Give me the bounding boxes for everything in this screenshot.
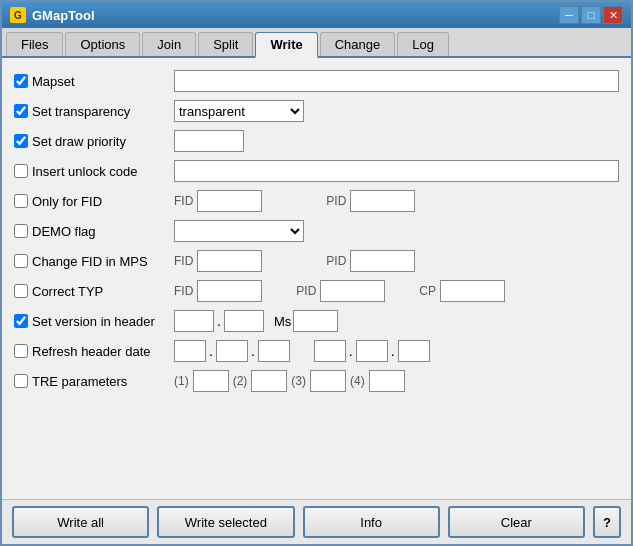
unlock-code-label-text: Insert unlock code xyxy=(32,164,138,179)
mapset-label-text: Mapset xyxy=(32,74,75,89)
draw-priority-label-text: Set draw priority xyxy=(32,134,126,149)
pid-label-2: PID xyxy=(326,254,346,268)
date-dot-1: . xyxy=(209,343,213,359)
only-for-fid-pid-input[interactable] xyxy=(350,190,415,212)
change-fid-mps-label-text: Change FID in MPS xyxy=(32,254,148,269)
mapset-label: Mapset xyxy=(14,74,174,89)
tab-files[interactable]: Files xyxy=(6,32,63,56)
tre-num-4: (4) xyxy=(350,374,365,388)
write-selected-button[interactable]: Write selected xyxy=(157,506,294,538)
set-version-checkbox[interactable] xyxy=(14,314,28,328)
tab-split[interactable]: Split xyxy=(198,32,253,56)
only-for-fid-fid-input[interactable] xyxy=(197,190,262,212)
tre-inputs-group: (1) (2) (3) (4) xyxy=(174,370,405,392)
fid-label-3: FID xyxy=(174,284,193,298)
tre-input-4[interactable] xyxy=(369,370,405,392)
correct-typ-fid-input[interactable] xyxy=(197,280,262,302)
version-input-1[interactable] xyxy=(174,310,214,332)
date-input-6[interactable] xyxy=(398,340,430,362)
draw-priority-row: Set draw priority 30 xyxy=(14,128,619,154)
version-input-2[interactable] xyxy=(224,310,264,332)
tre-input-3[interactable] xyxy=(310,370,346,392)
tab-write[interactable]: Write xyxy=(255,32,317,58)
correct-typ-row: Correct TYP FID PID CP xyxy=(14,278,619,304)
dot-1: . xyxy=(217,313,221,329)
window-title: GMapTool xyxy=(32,8,95,23)
tre-num-1: (1) xyxy=(174,374,189,388)
clear-button[interactable]: Clear xyxy=(448,506,585,538)
date-input-5[interactable] xyxy=(356,340,388,362)
mapset-row: Mapset Mapa Testowa xyxy=(14,68,619,94)
tre-parameters-row: TRE parameters (1) (2) (3) (4) xyxy=(14,368,619,394)
unlock-code-checkbox[interactable] xyxy=(14,164,28,178)
tab-change[interactable]: Change xyxy=(320,32,396,56)
app-icon: G xyxy=(10,7,26,23)
date-input-1[interactable] xyxy=(174,340,206,362)
set-version-label-text: Set version in header xyxy=(32,314,155,329)
info-button[interactable]: Info xyxy=(303,506,440,538)
transparency-select-wrapper[interactable]: transparent opaque none xyxy=(174,100,304,122)
mapset-checkbox[interactable] xyxy=(14,74,28,88)
transparency-checkbox[interactable] xyxy=(14,104,28,118)
write-all-button[interactable]: Write all xyxy=(12,506,149,538)
change-fid-mps-group: FID PID xyxy=(174,250,415,272)
date-input-4[interactable] xyxy=(314,340,346,362)
tab-options[interactable]: Options xyxy=(65,32,140,56)
pid-label-3: PID xyxy=(296,284,316,298)
refresh-header-label-text: Refresh header date xyxy=(32,344,151,359)
fid-pid-group: FID PID xyxy=(174,190,415,212)
correct-typ-cp-input[interactable] xyxy=(440,280,505,302)
footer-bar: Write all Write selected Info Clear ? xyxy=(2,499,631,544)
draw-priority-checkbox[interactable] xyxy=(14,134,28,148)
minimize-button[interactable]: ─ xyxy=(559,6,579,24)
ms-input[interactable]: 0 xyxy=(293,310,338,332)
date-dot-3: . xyxy=(349,343,353,359)
main-window: G GMapTool ─ □ ✕ Files Options Join Spli… xyxy=(0,0,633,546)
change-fid-mps-pid-input[interactable] xyxy=(350,250,415,272)
date-input-3[interactable] xyxy=(258,340,290,362)
help-button[interactable]: ? xyxy=(593,506,621,538)
tre-input-2[interactable] xyxy=(251,370,287,392)
change-fid-mps-label: Change FID in MPS xyxy=(14,254,174,269)
tre-num-3: (3) xyxy=(291,374,306,388)
transparency-label: Set transparency xyxy=(14,104,174,119)
change-fid-mps-checkbox[interactable] xyxy=(14,254,28,268)
tre-parameters-label: TRE parameters xyxy=(14,374,174,389)
fid-label-1: FID xyxy=(174,194,193,208)
tre-parameters-checkbox[interactable] xyxy=(14,374,28,388)
tab-log[interactable]: Log xyxy=(397,32,449,56)
demo-flag-select[interactable] xyxy=(175,221,303,241)
maximize-button[interactable]: □ xyxy=(581,6,601,24)
transparency-select[interactable]: transparent opaque none xyxy=(175,101,303,121)
change-fid-mps-row: Change FID in MPS FID PID xyxy=(14,248,619,274)
change-fid-mps-fid-input[interactable] xyxy=(197,250,262,272)
draw-priority-label: Set draw priority xyxy=(14,134,174,149)
only-for-fid-checkbox[interactable] xyxy=(14,194,28,208)
unlock-code-input[interactable] xyxy=(174,160,619,182)
only-for-fid-label-text: Only for FID xyxy=(32,194,102,209)
tab-join[interactable]: Join xyxy=(142,32,196,56)
demo-select-wrapper[interactable] xyxy=(174,220,304,242)
mapset-input[interactable]: Mapa Testowa xyxy=(174,70,619,92)
unlock-code-label: Insert unlock code xyxy=(14,164,174,179)
refresh-header-checkbox[interactable] xyxy=(14,344,28,358)
close-button[interactable]: ✕ xyxy=(603,6,623,24)
correct-typ-group: FID PID CP xyxy=(174,280,505,302)
write-panel: Mapset Mapa Testowa Set transparency tra… xyxy=(2,58,631,499)
refresh-header-label: Refresh header date xyxy=(14,344,174,359)
date-dot-4: . xyxy=(391,343,395,359)
correct-typ-pid-input[interactable] xyxy=(320,280,385,302)
tab-bar: Files Options Join Split Write Change Lo… xyxy=(2,28,631,58)
draw-priority-input[interactable]: 30 xyxy=(174,130,244,152)
ms-label: Ms xyxy=(274,314,291,329)
date-input-2[interactable] xyxy=(216,340,248,362)
pid-label-1: PID xyxy=(326,194,346,208)
set-version-label: Set version in header xyxy=(14,314,174,329)
demo-flag-checkbox[interactable] xyxy=(14,224,28,238)
correct-typ-checkbox[interactable] xyxy=(14,284,28,298)
title-bar-left: G GMapTool xyxy=(10,7,95,23)
tre-input-1[interactable] xyxy=(193,370,229,392)
fid-label-2: FID xyxy=(174,254,193,268)
cp-label: CP xyxy=(419,284,436,298)
only-for-fid-label: Only for FID xyxy=(14,194,174,209)
